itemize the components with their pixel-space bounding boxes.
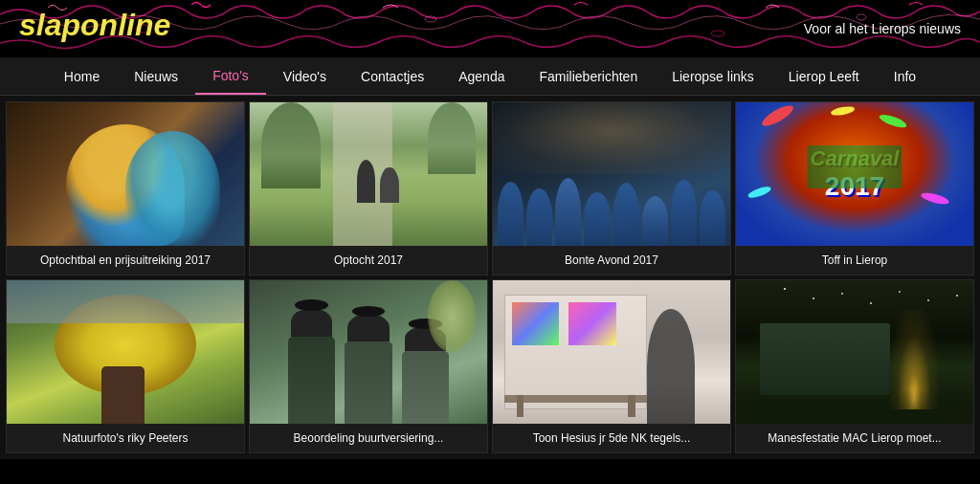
photo-grid: Optochtbal en prijsuitreiking 2017 Optoc…: [0, 96, 980, 459]
site-logo[interactable]: slaponline: [19, 8, 170, 43]
site-header: slaponline Voor al het Lierops nieuws: [0, 0, 980, 57]
photo-card-5[interactable]: Natuurfoto's riky Peeters: [6, 279, 245, 453]
photo-thumb-8: [736, 280, 973, 424]
photo-thumb-6: [250, 280, 487, 424]
photo-label-8: Manesfestatie MAC Lierop moet...: [736, 424, 973, 452]
photo-label-7: Toon Hesius jr 5de NK tegels...: [493, 424, 730, 452]
nav-contactjes[interactable]: Contactjes: [344, 57, 441, 95]
photo-card-3[interactable]: Bonte Avond 2017: [492, 101, 731, 275]
photo-card-1[interactable]: Optochtbal en prijsuitreiking 2017: [6, 101, 245, 275]
nav-fotos[interactable]: Foto's: [195, 57, 266, 95]
logo-text: slaponline: [19, 8, 170, 42]
photo-thumb-7: [493, 280, 730, 424]
nav-info[interactable]: Info: [877, 57, 933, 95]
photo-thumb-4: Carnaval 2017: [736, 102, 973, 246]
nav-lierop-leeft[interactable]: Lierop Leeft: [771, 57, 877, 95]
photo-card-8[interactable]: Manesfestatie MAC Lierop moet...: [735, 279, 974, 453]
svg-point-2: [711, 31, 724, 36]
photo-card-6[interactable]: Beoordeling buurtversiering...: [249, 279, 488, 453]
main-nav: Home Nieuws Foto's Video's Contactjes Ag…: [0, 57, 980, 96]
nav-agenda[interactable]: Agenda: [441, 57, 522, 95]
site-tagline: Voor al het Lierops nieuws: [804, 21, 961, 36]
photo-label-2: Optocht 2017: [250, 246, 487, 275]
nav-nieuws[interactable]: Nieuws: [117, 57, 195, 95]
svg-point-3: [857, 14, 866, 20]
nav-familieberichten[interactable]: Familieberichten: [522, 57, 655, 95]
photo-card-2[interactable]: Optocht 2017: [249, 101, 488, 275]
photo-card-7[interactable]: Toon Hesius jr 5de NK tegels...: [492, 279, 731, 453]
photo-label-5: Natuurfoto's riky Peeters: [7, 424, 244, 452]
photo-thumb-1: [7, 102, 244, 246]
photo-label-4: Toff in Lierop: [736, 246, 973, 275]
photo-label-1: Optochtbal en prijsuitreiking 2017: [7, 246, 244, 275]
photo-thumb-5: [7, 280, 244, 424]
nav-lieropse-links[interactable]: Lieropse links: [655, 57, 771, 95]
photo-card-4[interactable]: Carnaval 2017 Toff in Lierop: [735, 101, 974, 275]
photo-thumb-3: [493, 102, 730, 246]
photo-thumb-2: [250, 102, 487, 246]
nav-videos[interactable]: Video's: [266, 57, 344, 95]
nav-home[interactable]: Home: [47, 57, 117, 95]
photo-label-3: Bonte Avond 2017: [493, 246, 730, 275]
svg-point-1: [425, 16, 436, 22]
photo-label-6: Beoordeling buurtversiering...: [250, 424, 487, 452]
